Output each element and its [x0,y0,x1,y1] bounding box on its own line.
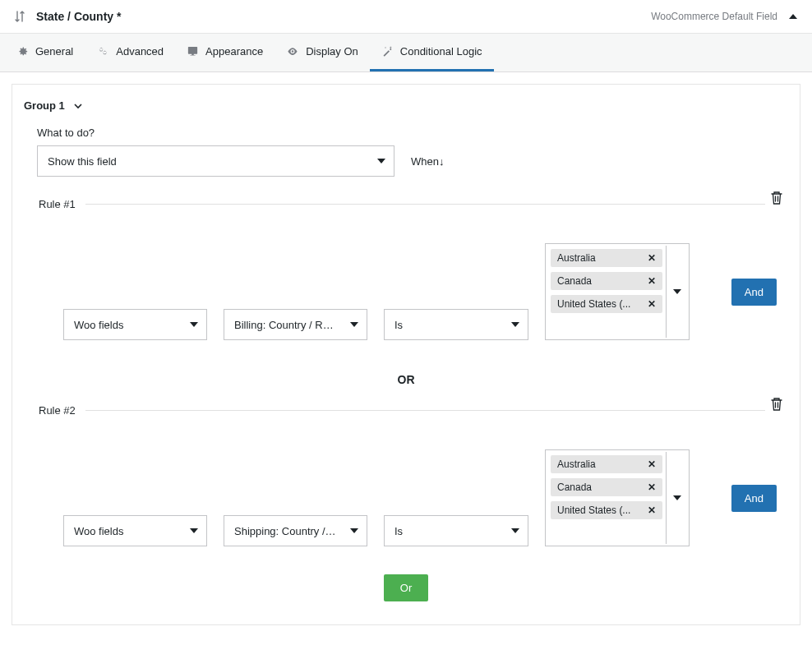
when-label: When↓ [411,155,444,168]
field-select[interactable]: Shipping: Country / R... [224,515,367,546]
or-divider: OR [24,373,788,386]
action-select[interactable]: Show this field [37,145,394,177]
group-title: Group 1 [24,99,65,112]
tab-appearance[interactable]: Appearance [175,34,275,71]
remove-tag-icon[interactable]: ✕ [648,458,656,470]
chevron-down-icon [377,159,385,164]
tag: United States (... ✕ [551,295,662,313]
field-select[interactable]: Billing: Country / Regi... [224,309,367,340]
field-type-label: WooCommerce Default Field [651,11,777,22]
chevron-down-icon [190,528,198,533]
tab-advanced[interactable]: Advanced [85,34,175,71]
tab-general[interactable]: General [5,34,85,71]
chevron-down-icon [73,101,83,111]
operator-select[interactable]: Is [384,309,528,340]
tabs-bar: General Advanced Appearance Display On C… [0,34,812,72]
gears-icon [96,45,109,58]
rule-1: Rule #1 [39,198,788,210]
rule-2: Rule #2 [39,404,788,417]
value-select[interactable]: Australia ✕ Canada ✕ United States (... … [545,243,690,340]
field-header[interactable]: State / County * WooCommerce Default Fie… [0,0,812,34]
and-button[interactable]: And [731,279,777,306]
source-select[interactable]: Woo fields [63,515,207,546]
operator-select[interactable]: Is [384,515,528,546]
gear-icon [16,45,29,58]
value-select[interactable]: Australia ✕ Canada ✕ United States (... … [545,449,690,546]
rule-legend: Rule #1 [39,198,85,210]
chevron-down-icon [190,322,198,327]
remove-tag-icon[interactable]: ✕ [648,298,656,310]
wand-icon [381,45,394,58]
delete-rule-button[interactable] [765,397,788,412]
collapse-icon[interactable] [789,14,797,19]
chevron-down-icon [673,495,681,500]
chevron-down-icon [673,289,681,294]
monitor-icon [187,45,199,58]
tab-display-on[interactable]: Display On [275,34,370,71]
group-panel: Group 1 What to do? Show this field When… [12,84,800,625]
remove-tag-icon[interactable]: ✕ [648,481,656,493]
tag: Canada ✕ [551,478,662,496]
chevron-down-icon [511,322,519,327]
what-to-do-label: What to do? [37,127,788,139]
source-select[interactable]: Woo fields [63,309,207,340]
eye-icon [286,45,299,58]
and-button[interactable]: And [731,485,777,512]
tag: United States (... ✕ [551,501,662,519]
rule-legend: Rule #2 [39,404,85,417]
chevron-down-icon [350,528,358,533]
delete-rule-button[interactable] [765,191,788,205]
tag: Australia ✕ [551,455,662,473]
group-header[interactable]: Group 1 [24,99,788,112]
remove-tag-icon[interactable]: ✕ [648,252,656,264]
tab-conditional-logic[interactable]: Conditional Logic [370,34,494,71]
remove-tag-icon[interactable]: ✕ [648,275,656,287]
trash-icon [770,191,783,205]
tag: Australia ✕ [551,249,662,267]
sort-icon[interactable] [15,11,25,22]
tag: Canada ✕ [551,272,662,290]
remove-tag-icon[interactable]: ✕ [648,504,656,516]
chevron-down-icon [511,528,519,533]
field-title: State / County * [36,10,121,23]
or-button[interactable]: Or [384,574,428,601]
chevron-down-icon [350,322,358,327]
trash-icon [770,397,783,412]
